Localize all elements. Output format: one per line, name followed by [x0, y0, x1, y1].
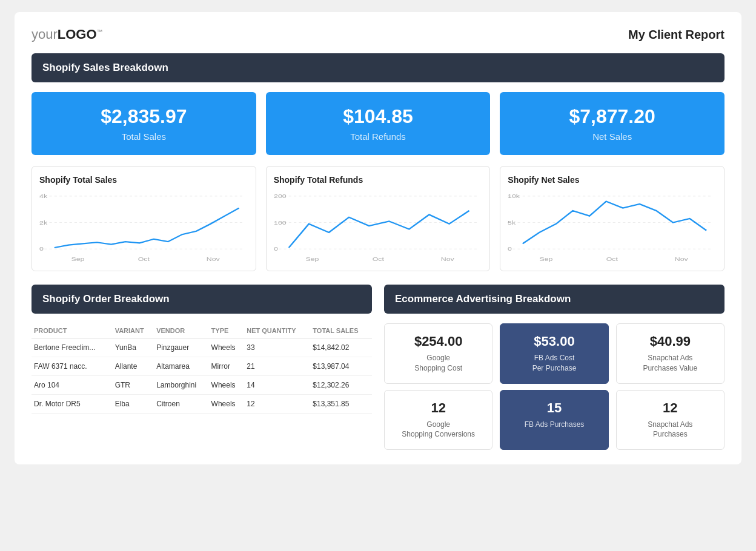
adv-card: 12Google Shopping Conversions [384, 390, 492, 450]
table-cell: $13,987.04 [310, 357, 372, 376]
col-header-total-sales: TOTAL SALES [310, 323, 372, 338]
svg-text:0: 0 [508, 246, 512, 252]
table-cell: Aro 104 [31, 376, 113, 395]
table-cell: $13,351.85 [310, 395, 372, 414]
metric-card-net-sales: $7,877.20 Net Sales [500, 92, 724, 155]
table-cell: Pinzgauer [154, 338, 208, 357]
svg-text:200: 200 [274, 193, 287, 199]
adv-value: $254.00 [391, 334, 486, 349]
chart-svg-net-sales: 10k 5k 0 Sep Oct Nov [508, 190, 717, 262]
metric-card-total-refunds: $104.85 Total Refunds [266, 92, 491, 155]
order-breakdown: Shopify Order Breakdown PRODUCT VARIANT … [31, 285, 372, 450]
adv-label: Google Shopping Cost [391, 353, 486, 374]
shopify-section-header: Shopify Sales Breakdown [31, 53, 724, 82]
adv-grid: $254.00Google Shopping Cost$53.00FB Ads … [384, 323, 724, 450]
table-cell: Wheels [209, 338, 245, 357]
adv-row-1: $254.00Google Shopping Cost$53.00FB Ads … [384, 323, 724, 384]
table-cell: 12 [244, 395, 310, 414]
metric-card-total-sales: $2,835.97 Total Sales [31, 92, 256, 155]
bottom-row: Shopify Order Breakdown PRODUCT VARIANT … [31, 285, 724, 450]
adv-value: 15 [506, 400, 602, 416]
adv-section-header: Ecommerce Advertising Breakdown [384, 285, 724, 314]
svg-text:Nov: Nov [440, 256, 454, 262]
advertising-breakdown: Ecommerce Advertising Breakdown $254.00G… [384, 285, 724, 450]
adv-value: $40.99 [623, 334, 718, 349]
svg-text:Oct: Oct [138, 256, 150, 262]
report-title: My Client Report [628, 28, 724, 42]
adv-value: $53.00 [506, 334, 602, 349]
adv-value: 12 [623, 400, 718, 416]
header: yourLOGO™ My Client Report [31, 27, 724, 42]
table-cell: 33 [244, 338, 310, 357]
table-cell: Citroen [154, 395, 208, 414]
svg-text:Oct: Oct [606, 256, 618, 262]
svg-text:100: 100 [274, 219, 287, 226]
svg-text:Oct: Oct [372, 256, 384, 262]
adv-row-2: 12Google Shopping Conversions15FB Ads Pu… [384, 390, 724, 450]
chart-total-sales: Shopify Total Sales 4k 2k 0 Sep Oct Nov [31, 166, 256, 271]
table-row: Aro 104GTRLamborghiniWheels14$12,302.26 [31, 376, 372, 395]
table-cell: Dr. Motor DR5 [31, 395, 113, 414]
chart-svg-total-sales: 4k 2k 0 Sep Oct Nov [39, 190, 248, 262]
metric-label-net-sales: Net Sales [509, 131, 715, 142]
table-row: FAW 6371 nacc.AllanteAltamareaMirror21$1… [31, 357, 372, 376]
table-cell: GTR [113, 376, 154, 395]
adv-label: Snapchat Ads Purchases [623, 420, 718, 440]
chart-total-refunds: Shopify Total Refunds 200 100 0 Sep Oct … [266, 166, 491, 271]
table-cell: $12,302.26 [310, 376, 372, 395]
table-cell: Bertone Freeclim... [31, 338, 113, 357]
order-section-header: Shopify Order Breakdown [31, 285, 372, 314]
metric-value-total-sales: $2,835.97 [41, 105, 247, 128]
metric-cards: $2,835.97 Total Sales $104.85 Total Refu… [31, 92, 724, 155]
logo: yourLOGO™ [31, 27, 103, 42]
adv-card: $40.99Snapchat Ads Purchases Value [616, 323, 724, 384]
metric-label-total-sales: Total Sales [41, 131, 247, 142]
adv-label: Snapchat Ads Purchases Value [623, 353, 718, 374]
adv-card: $254.00Google Shopping Cost [384, 323, 492, 384]
svg-text:Sep: Sep [540, 256, 553, 262]
svg-text:Sep: Sep [71, 256, 84, 262]
table-cell: Lamborghini [154, 376, 208, 395]
chart-title-total-refunds: Shopify Total Refunds [274, 175, 483, 185]
logo-normal: your [31, 27, 58, 42]
col-header-product: PRODUCT [31, 323, 113, 338]
table-cell: $14,842.02 [310, 338, 372, 357]
table-cell: Elba [113, 395, 154, 414]
table-cell: 14 [244, 376, 310, 395]
chart-svg-total-refunds: 200 100 0 Sep Oct Nov [274, 190, 483, 262]
logo-bold: LOGO [58, 27, 97, 42]
order-table: PRODUCT VARIANT VENDOR TYPE NET QUANTITY… [31, 323, 372, 414]
table-cell: YunBa [113, 338, 154, 357]
svg-text:0: 0 [274, 246, 278, 252]
adv-card: 15FB Ads Purchases [500, 390, 608, 450]
table-cell: 21 [244, 357, 310, 376]
svg-text:Nov: Nov [675, 256, 688, 262]
svg-text:10k: 10k [508, 193, 520, 199]
table-cell: Wheels [209, 395, 245, 414]
chart-title-net-sales: Shopify Net Sales [508, 175, 717, 185]
table-cell: Wheels [209, 376, 245, 395]
table-cell: Allante [113, 357, 154, 376]
svg-text:2k: 2k [39, 219, 48, 226]
adv-value: 12 [391, 400, 486, 416]
table-cell: Mirror [209, 357, 245, 376]
adv-card: 12Snapchat Ads Purchases [616, 390, 724, 450]
svg-text:4k: 4k [39, 193, 48, 199]
charts-row: Shopify Total Sales 4k 2k 0 Sep Oct Nov … [31, 166, 724, 271]
page-wrapper: yourLOGO™ My Client Report Shopify Sales… [15, 12, 741, 464]
table-row: Bertone Freeclim...YunBaPinzgauerWheels3… [31, 338, 372, 357]
svg-text:Sep: Sep [305, 256, 319, 262]
adv-label: FB Ads Cost Per Purchase [506, 353, 602, 374]
svg-text:5k: 5k [508, 219, 516, 226]
metric-label-total-refunds: Total Refunds [276, 131, 481, 142]
adv-label: FB Ads Purchases [506, 420, 602, 430]
metric-value-total-refunds: $104.85 [276, 105, 481, 128]
chart-net-sales: Shopify Net Sales 10k 5k 0 Sep Oct Nov [500, 166, 724, 271]
logo-tm: ™ [97, 28, 103, 35]
svg-text:Nov: Nov [207, 256, 220, 262]
col-header-variant: VARIANT [113, 323, 154, 338]
col-header-vendor: VENDOR [154, 323, 208, 338]
table-row: Dr. Motor DR5ElbaCitroenWheels12$13,351.… [31, 395, 372, 414]
chart-title-total-sales: Shopify Total Sales [39, 175, 248, 185]
table-cell: FAW 6371 nacc. [31, 357, 113, 376]
